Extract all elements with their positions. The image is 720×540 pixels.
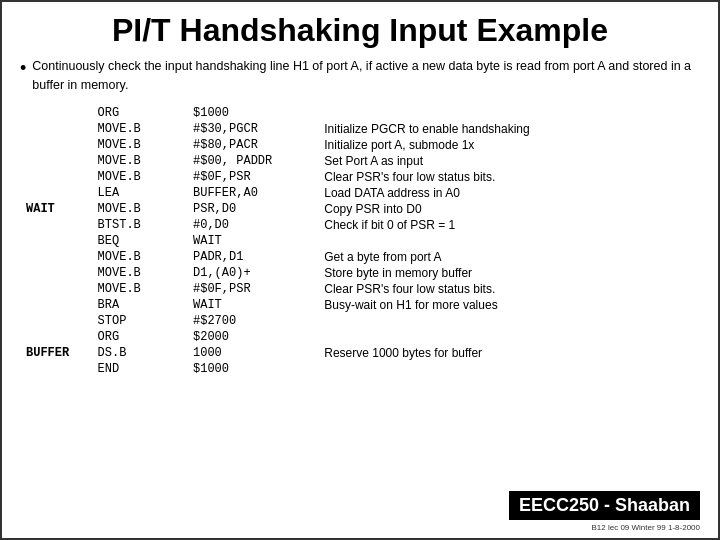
code-operand: PADR,D1: [187, 249, 318, 265]
code-operand: #$00, PADDR: [187, 153, 318, 169]
slide-container: PI/T Handshaking Input Example • Continu…: [0, 0, 720, 540]
code-operand: #$2700: [187, 313, 318, 329]
code-instruction: LEA: [92, 185, 187, 201]
code-comment: Busy-wait on H1 for more values: [318, 297, 700, 313]
code-label: [20, 249, 92, 265]
code-instruction: STOP: [92, 313, 187, 329]
code-operand: #$30,PGCR: [187, 121, 318, 137]
code-comment: [318, 233, 700, 249]
table-row: MOVE.B#$80,PACRInitialize port A, submod…: [20, 137, 700, 153]
code-instruction: MOVE.B: [92, 281, 187, 297]
bottom-note: B12 lec 09 Winter 99 1-8-2000: [591, 523, 700, 532]
code-label: [20, 297, 92, 313]
code-comment: Initialize port A, submode 1x: [318, 137, 700, 153]
table-row: MOVE.B#$0F,PSRClear PSR's four low statu…: [20, 281, 700, 297]
code-comment: Check if bit 0 of PSR = 1: [318, 217, 700, 233]
table-row: BEQWAIT: [20, 233, 700, 249]
table-row: MOVE.BPADR,D1Get a byte from port A: [20, 249, 700, 265]
code-instruction: ORG: [92, 105, 187, 121]
code-instruction: ORG: [92, 329, 187, 345]
table-row: MOVE.B#$30,PGCRInitialize PGCR to enable…: [20, 121, 700, 137]
code-comment: Reserve 1000 bytes for buffer: [318, 345, 700, 361]
table-row: MOVE.B#$0F,PSRClear PSR's four low statu…: [20, 169, 700, 185]
code-table: ORG$1000MOVE.B#$30,PGCRInitialize PGCR t…: [20, 105, 700, 377]
code-instruction: MOVE.B: [92, 201, 187, 217]
code-operand: #$0F,PSR: [187, 169, 318, 185]
code-label: [20, 105, 92, 121]
table-row: BUFFERDS.B1000Reserve 1000 bytes for buf…: [20, 345, 700, 361]
table-row: STOP#$2700: [20, 313, 700, 329]
table-row: ORG$1000: [20, 105, 700, 121]
code-label: [20, 121, 92, 137]
code-instruction: DS.B: [92, 345, 187, 361]
table-row: MOVE.B#$00, PADDRSet Port A as input: [20, 153, 700, 169]
footer-badge: EECC250 - Shaaban: [509, 491, 700, 520]
code-label: [20, 329, 92, 345]
code-label: BUFFER: [20, 345, 92, 361]
code-label: [20, 265, 92, 281]
code-comment: Get a byte from port A: [318, 249, 700, 265]
code-label: [20, 137, 92, 153]
code-operand: $1000: [187, 105, 318, 121]
code-comment: Store byte in memory buffer: [318, 265, 700, 281]
table-row: LEABUFFER,A0Load DATA address in A0: [20, 185, 700, 201]
code-instruction: BRA: [92, 297, 187, 313]
code-operand: BUFFER,A0: [187, 185, 318, 201]
code-label: [20, 281, 92, 297]
table-row: END$1000: [20, 361, 700, 377]
table-row: BTST.B#0,D0Check if bit 0 of PSR = 1: [20, 217, 700, 233]
code-operand: #$0F,PSR: [187, 281, 318, 297]
code-instruction: BEQ: [92, 233, 187, 249]
code-comment: [318, 313, 700, 329]
code-label: [20, 233, 92, 249]
code-instruction: MOVE.B: [92, 137, 187, 153]
code-label: [20, 169, 92, 185]
code-label: WAIT: [20, 201, 92, 217]
table-row: ORG$2000: [20, 329, 700, 345]
code-operand: #$80,PACR: [187, 137, 318, 153]
code-comment: [318, 105, 700, 121]
subtitle-section: • Continuously check the input handshaki…: [20, 57, 700, 95]
code-operand: PSR,D0: [187, 201, 318, 217]
code-label: [20, 185, 92, 201]
code-comment: Load DATA address in A0: [318, 185, 700, 201]
code-operand: #0,D0: [187, 217, 318, 233]
code-instruction: MOVE.B: [92, 169, 187, 185]
code-comment: Clear PSR's four low status bits.: [318, 169, 700, 185]
code-instruction: MOVE.B: [92, 153, 187, 169]
code-comment: Copy PSR into D0: [318, 201, 700, 217]
code-instruction: END: [92, 361, 187, 377]
bullet-point: •: [20, 59, 26, 95]
code-comment: [318, 361, 700, 377]
code-operand: $2000: [187, 329, 318, 345]
code-label: [20, 217, 92, 233]
code-instruction: MOVE.B: [92, 121, 187, 137]
code-comment: Clear PSR's four low status bits.: [318, 281, 700, 297]
subtitle-text: Continuously check the input handshaking…: [32, 57, 700, 95]
code-operand: D1,(A0)+: [187, 265, 318, 281]
code-label: [20, 313, 92, 329]
code-label: [20, 361, 92, 377]
code-operand: WAIT: [187, 233, 318, 249]
slide-title: PI/T Handshaking Input Example: [20, 12, 700, 49]
code-comment: Initialize PGCR to enable handshaking: [318, 121, 700, 137]
code-operand: 1000: [187, 345, 318, 361]
table-row: BRAWAITBusy-wait on H1 for more values: [20, 297, 700, 313]
code-operand: WAIT: [187, 297, 318, 313]
table-row: MOVE.BD1,(A0)+Store byte in memory buffe…: [20, 265, 700, 281]
code-instruction: MOVE.B: [92, 265, 187, 281]
code-instruction: BTST.B: [92, 217, 187, 233]
code-operand: $1000: [187, 361, 318, 377]
code-comment: Set Port A as input: [318, 153, 700, 169]
table-row: WAITMOVE.BPSR,D0Copy PSR into D0: [20, 201, 700, 217]
code-instruction: MOVE.B: [92, 249, 187, 265]
code-comment: [318, 329, 700, 345]
code-label: [20, 153, 92, 169]
